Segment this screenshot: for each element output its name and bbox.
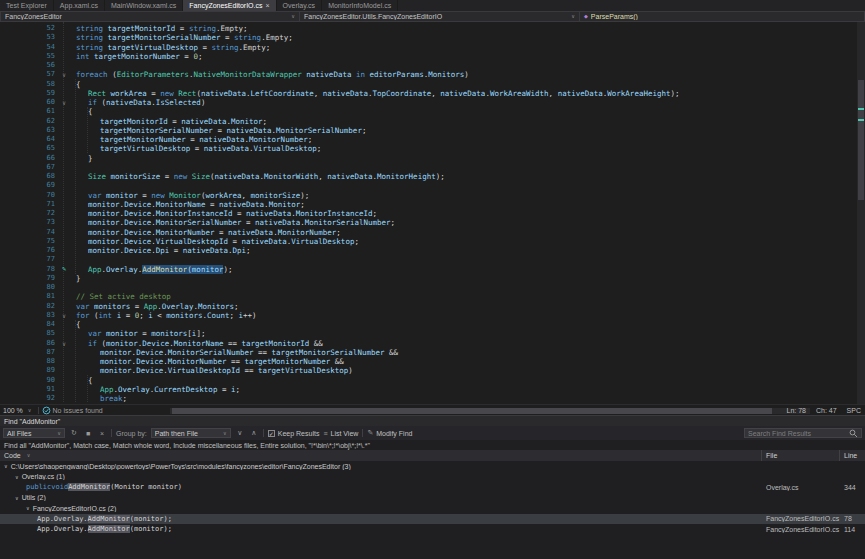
code-line[interactable]: 71monitor.Device.MonitorName = nativeDat… — [0, 200, 857, 209]
search-input[interactable] — [748, 430, 847, 437]
line-number[interactable]: 87 — [0, 348, 58, 357]
line-number[interactable]: 69 — [0, 181, 58, 190]
code-line[interactable]: 92break; — [0, 394, 857, 403]
line-number[interactable]: 59 — [0, 89, 58, 98]
column-header-line[interactable]: Line — [840, 450, 865, 461]
code-line[interactable]: 89monitor.Device.VirtualDesktopId == tar… — [0, 366, 857, 375]
line-number[interactable]: 67 — [0, 163, 58, 172]
code-line[interactable]: 53string targetMonitorSerialNumber = str… — [0, 33, 857, 42]
find-result-row[interactable]: App.Overlay.AddMonitor(monitor);FancyZon… — [0, 514, 865, 525]
expander-chevron-icon[interactable]: ∨ — [4, 463, 8, 469]
editor-vertical-scrollbar[interactable] — [857, 22, 865, 404]
code-line[interactable]: 56 — [0, 61, 857, 70]
fold-chevron-icon[interactable]: ∨ — [58, 339, 70, 348]
code-line[interactable]: 88monitor.Device.MonitorNumber == target… — [0, 357, 857, 366]
line-number[interactable]: 76 — [0, 246, 58, 255]
tab-mainwindow-xaml-cs[interactable]: MainWindow.xaml.cs — [105, 0, 183, 11]
line-number[interactable]: 65 — [0, 144, 58, 153]
code-line[interactable]: 76monitor.Device.Dpi = nativeData.Dpi; — [0, 246, 857, 255]
line-number[interactable]: 62 — [0, 117, 58, 126]
line-number[interactable]: 79 — [0, 274, 58, 283]
editor-horizontal-scrollbar[interactable] — [170, 408, 810, 414]
code-line[interactable]: 90{ — [0, 376, 857, 385]
code-line[interactable]: 66} — [0, 154, 857, 163]
line-number[interactable]: 66 — [0, 154, 58, 163]
line-number[interactable]: 71 — [0, 200, 58, 209]
tab-test-explorer[interactable]: Test Explorer — [0, 0, 54, 11]
tab-fancyzoneseditorio-cs[interactable]: FancyZonesEditorIO.cs× — [183, 0, 276, 11]
project-dropdown[interactable]: FancyZonesEditor ∨ — [0, 11, 300, 22]
line-number[interactable]: 70 — [0, 191, 58, 200]
find-results-title-bar[interactable]: Find "AddMonitor" — [0, 415, 865, 426]
line-number[interactable]: 55 — [0, 52, 58, 61]
line-number[interactable]: 89 — [0, 366, 58, 375]
tab-overlay-cs[interactable]: Overlay.cs — [277, 0, 323, 11]
zoom-control[interactable]: 100 % ∨ — [0, 407, 35, 414]
expander-chevron-icon[interactable]: ∨ — [15, 495, 19, 501]
line-number[interactable]: 85 — [0, 329, 58, 338]
health-check-icon[interactable] — [42, 406, 51, 415]
code-line[interactable]: 73monitor.Device.MonitorSerialNumber = n… — [0, 218, 857, 227]
line-number[interactable]: 56 — [0, 61, 58, 70]
expand-all-icon[interactable]: ∨ — [235, 429, 245, 437]
line-number[interactable]: 73 — [0, 218, 58, 227]
list-view-button[interactable]: ≡ List View — [323, 430, 358, 437]
expander-chevron-icon[interactable]: ∨ — [15, 474, 19, 480]
code-line[interactable]: 67 — [0, 163, 857, 172]
fold-chevron-icon[interactable]: ∨ — [58, 311, 70, 320]
modify-find-button[interactable]: ✎ Modify Find — [367, 429, 412, 437]
line-number[interactable]: 61 — [0, 107, 58, 116]
line-number[interactable]: 75 — [0, 237, 58, 246]
line-number[interactable]: 53 — [0, 33, 58, 42]
tab-app-xaml-cs[interactable]: App.xaml.cs — [54, 0, 105, 11]
code-line[interactable]: 69 — [0, 181, 857, 190]
line-number[interactable]: 74 — [0, 228, 58, 237]
column-header-code[interactable]: Code ∨ — [0, 450, 762, 461]
code-line[interactable]: 55int targetMonitorNumber = 0; — [0, 52, 857, 61]
code-editor[interactable]: 52string targetMonitorId = string.Empty;… — [0, 22, 865, 404]
line-number[interactable]: 88 — [0, 357, 58, 366]
find-result-row[interactable]: ∨FancyZonesEditorIO.cs (2) — [0, 503, 865, 514]
line-number[interactable]: 82 — [0, 302, 58, 311]
code-line[interactable]: 82var monitors = App.Overlay.Monitors; — [0, 302, 857, 311]
code-line[interactable]: 68Size monitorSize = new Size(nativeData… — [0, 172, 857, 181]
code-line[interactable]: 74monitor.Device.MonitorNumber = nativeD… — [0, 228, 857, 237]
find-result-row[interactable]: ∨Overlay.cs (1) — [0, 472, 865, 483]
expander-chevron-icon[interactable]: ∨ — [26, 505, 30, 511]
line-number[interactable]: 91 — [0, 385, 58, 394]
line-number[interactable]: 86 — [0, 339, 58, 348]
code-line[interactable]: 87monitor.Device.MonitorSerialNumber == … — [0, 348, 857, 357]
code-line[interactable]: 86∨if (monitor.Device.MonitorName == tar… — [0, 339, 857, 348]
code-line[interactable]: 64targetMonitorNumber = nativeData.Monit… — [0, 135, 857, 144]
code-line[interactable]: 62targetMonitorId = nativeData.Monitor; — [0, 117, 857, 126]
clear-results-icon[interactable]: × — [97, 430, 107, 437]
line-number[interactable]: 68 — [0, 172, 58, 181]
line-number[interactable]: 90 — [0, 376, 58, 385]
line-number[interactable]: 72 — [0, 209, 58, 218]
stop-icon[interactable]: ■ — [83, 430, 93, 437]
code-line[interactable]: 52string targetMonitorId = string.Empty; — [0, 24, 857, 33]
code-line[interactable]: 72monitor.Device.MonitorInstanceId = nat… — [0, 209, 857, 218]
line-number[interactable]: 60 — [0, 98, 58, 107]
line-number[interactable]: 64 — [0, 135, 58, 144]
code-line[interactable]: 79} — [0, 274, 857, 283]
code-line[interactable]: 58{ — [0, 80, 857, 89]
keep-results-checkbox[interactable]: ✓ Keep Results — [268, 430, 320, 437]
line-number[interactable]: 58 — [0, 80, 58, 89]
line-number[interactable]: 80 — [0, 283, 58, 292]
code-line[interactable]: 63targetMonitorSerialNumber = nativeData… — [0, 126, 857, 135]
code-line[interactable]: 65targetVirtualDesktop = nativeData.Virt… — [0, 144, 857, 153]
tab-monitorinfomodel-cs[interactable]: MonitorInfoModel.cs — [322, 0, 398, 11]
member-dropdown[interactable]: ◆ ParseParams() — [580, 11, 865, 22]
fold-chevron-icon[interactable]: ∨ — [58, 98, 70, 107]
code-line[interactable]: 54string targetVirtualDesktop = string.E… — [0, 43, 857, 52]
search-find-results-box[interactable] — [744, 428, 862, 438]
collapse-all-icon[interactable]: ∧ — [249, 429, 259, 437]
line-number[interactable]: 77 — [0, 255, 58, 264]
find-result-row[interactable]: public void AddMonitor(Monitor monitor)O… — [0, 482, 865, 493]
code-line[interactable]: 78✎App.Overlay.AddMonitor(monitor); — [0, 265, 857, 274]
scrollbar-thumb[interactable] — [858, 80, 864, 200]
code-line[interactable]: 91App.Overlay.CurrentDesktop = i; — [0, 385, 857, 394]
code-line[interactable]: 60∨if (nativeData.IsSelected) — [0, 98, 857, 107]
line-number[interactable]: 92 — [0, 394, 58, 403]
